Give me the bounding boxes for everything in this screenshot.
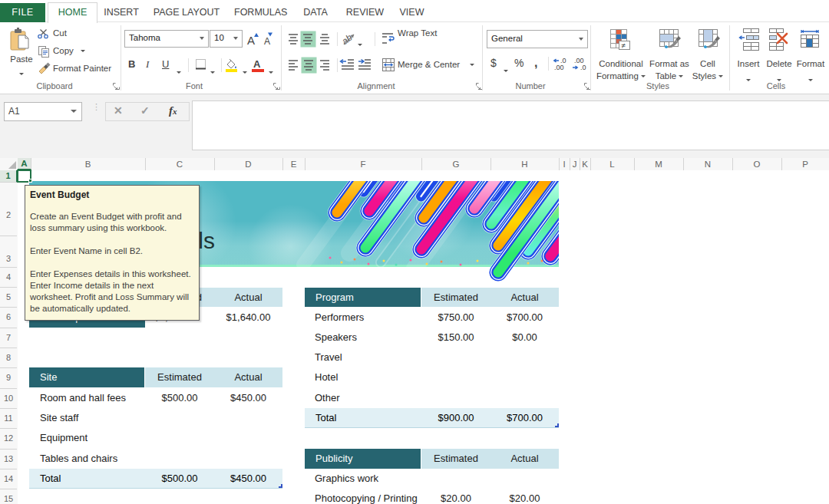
svg-text:A: A [247,34,255,47]
svg-text:.00: .00 [554,64,564,71]
svg-text:.0: .0 [580,64,586,71]
svg-text:A: A [264,36,270,47]
svg-text:ab: ab [340,32,355,47]
svg-text:≠: ≠ [622,41,626,50]
svg-text:A: A [253,58,261,70]
